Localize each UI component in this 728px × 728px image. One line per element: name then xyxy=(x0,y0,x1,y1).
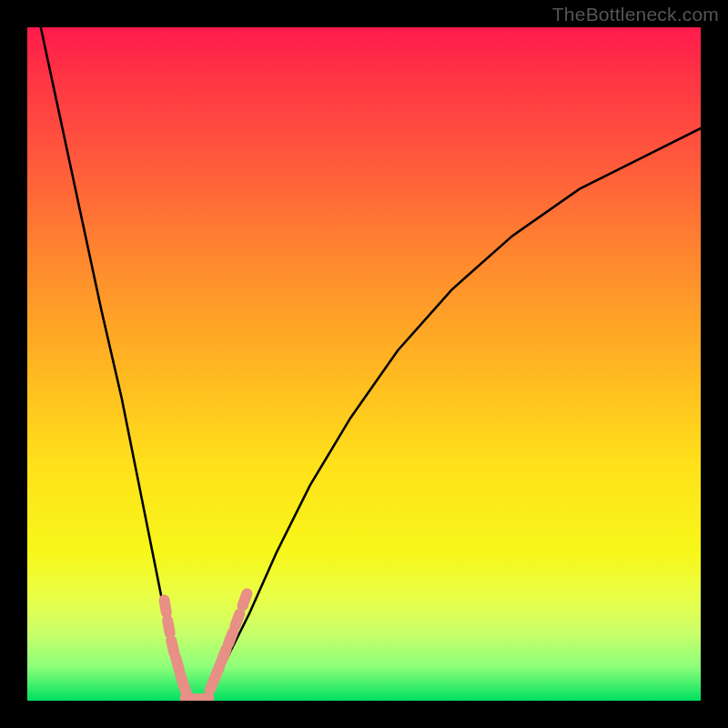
highlight-marker xyxy=(158,594,173,620)
curve-layer xyxy=(41,27,701,701)
highlight-marker xyxy=(161,614,176,640)
watermark-text: TheBottleneck.com xyxy=(552,4,719,25)
marker-layer xyxy=(158,587,254,701)
chart-frame: TheBottleneck.com xyxy=(0,0,728,728)
chart-svg xyxy=(27,27,701,701)
plot-area xyxy=(27,27,701,701)
bottleneck-curve-path xyxy=(41,27,701,701)
